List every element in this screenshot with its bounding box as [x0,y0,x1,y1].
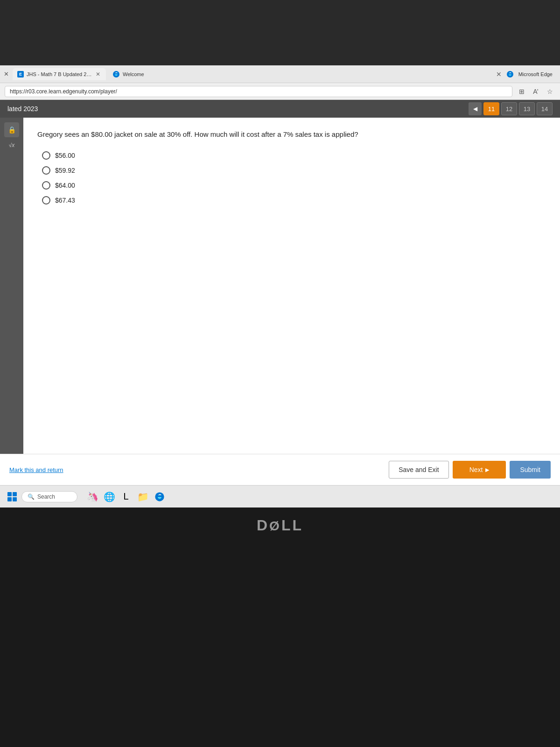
answer-label-1: $56.00 [55,152,75,159]
taskbar-icon-4[interactable]: 📁 [136,490,149,503]
taskbar: 🔍 Search 🦄 🌐 L 📁 [0,485,560,507]
svg-point-2 [155,492,164,501]
favorites-icon[interactable]: ☆ [544,86,555,97]
question-number-11[interactable]: 11 [483,102,499,115]
edge-browser-label: Microsoft Edge [518,71,553,77]
bezel-top [0,0,560,65]
question-number-14[interactable]: 14 [537,102,553,115]
submit-button[interactable]: Submit [510,461,551,479]
search-icon: 🔍 [28,493,35,500]
tab-favicon: E [17,71,24,78]
answer-option-1[interactable]: $56.00 [42,151,546,160]
radio-button-3[interactable] [42,181,50,190]
mark-return-link[interactable]: Mark this and return [9,466,63,473]
browser-close-x[interactable]: ✕ [496,70,502,78]
question-nav: ◀ 11 12 13 14 [469,102,553,115]
answer-label-2: $59.92 [55,167,75,174]
browser-tab-welcome[interactable]: Welcome [108,68,149,81]
save-exit-button[interactable]: Save and Exit [389,461,448,479]
edge-icon [506,70,514,78]
answer-label-3: $64.00 [55,182,75,189]
search-label: Search [37,493,55,500]
win-tile-2 [13,492,17,496]
taskbar-icon-1[interactable]: 🦄 [86,490,99,503]
svg-point-0 [113,71,119,78]
browser-tab-active[interactable]: E JHS - Math 7 B Updated 2023 - I ✕ [13,68,106,80]
win-tile-3 [7,497,12,501]
next-button[interactable]: Next [453,461,506,479]
math-formula-icon[interactable]: √x [9,142,15,148]
sidebar: 🔒 √x [0,118,23,454]
answer-option-2[interactable]: $59.92 [42,166,546,175]
question-number-13[interactable]: 13 [519,102,535,115]
windows-start-button[interactable] [7,492,17,501]
edge-logo-icon [112,70,120,78]
radio-button-1[interactable] [42,151,50,160]
radio-button-2[interactable] [42,166,50,175]
taskbar-app-icons: 🦄 🌐 L 📁 [86,490,166,503]
question-text: Gregory sees an $80.00 jacket on sale at… [37,129,546,140]
question-number-12[interactable]: 12 [501,102,517,115]
nav-prev-button[interactable]: ◀ [469,102,482,115]
tab-bar: ✕ E JHS - Math 7 B Updated 2023 - I ✕ We… [0,65,560,83]
tab-close-btn[interactable]: ✕ [95,71,101,78]
bottom-bar: Mark this and return Save and Exit Next … [0,454,560,485]
taskbar-search-box[interactable]: 🔍 Search [21,491,77,502]
answer-label-4: $67.43 [55,197,75,204]
answer-options: $56.00 $59.92 $64.00 $67.43 [42,151,546,204]
answer-option-3[interactable]: $64.00 [42,181,546,190]
browser-chrome: ✕ E JHS - Math 7 B Updated 2023 - I ✕ We… [0,65,560,100]
svg-point-1 [507,71,513,78]
toolbar-icons: ⊞ A’ ☆ [516,86,555,97]
action-buttons: Save and Exit Next Submit [389,461,551,479]
page-header: lated 2023 ◀ 11 12 13 14 [0,100,560,118]
win-tile-1 [7,492,12,496]
browser-controls: ✕ Microsoft Edge [496,70,556,78]
answer-option-4[interactable]: $67.43 [42,196,546,204]
taskbar-edge-icon[interactable] [153,490,166,503]
dell-logo: DØLL [257,517,303,534]
welcome-tab-label: Welcome [123,71,144,77]
main-content: Gregory sees an $80.00 jacket on sale at… [23,118,560,454]
tab-label-jhs: JHS - Math 7 B Updated 2023 - I [27,71,92,77]
tab-close-x[interactable]: ✕ [4,70,9,78]
lock-icon[interactable]: 🔒 [4,122,19,137]
read-aloud-icon[interactable]: A’ [530,86,541,97]
page-title: lated 2023 [7,105,469,113]
win-tile-4 [13,497,17,501]
taskbar-icon-3[interactable]: L [119,490,133,503]
bezel-bottom: DØLL [0,507,560,543]
address-bar[interactable]: https://r03.core.learn.edgenuity.com/pla… [5,86,512,97]
browser-toolbar: https://r03.core.learn.edgenuity.com/pla… [0,83,560,100]
content-wrapper: 🔒 √x Gregory sees an $80.00 jacket on sa… [0,118,560,454]
radio-button-4[interactable] [42,196,50,204]
collections-icon[interactable]: ⊞ [516,86,527,97]
taskbar-icon-2[interactable]: 🌐 [103,490,116,503]
